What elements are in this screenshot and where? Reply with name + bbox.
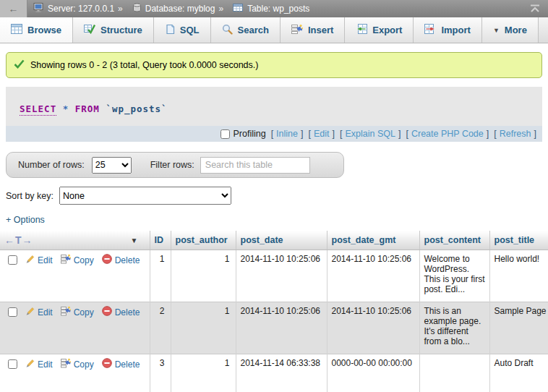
cell-post-date: 2014-11-10 10:25:06	[236, 250, 327, 302]
filter-rows-input[interactable]	[200, 157, 310, 174]
collapse-panel-icon[interactable]	[529, 4, 541, 13]
row-edit-label: Edit	[38, 359, 53, 370]
delete-icon	[102, 254, 112, 266]
tab-import[interactable]: Import	[414, 17, 481, 43]
table-row: Edit Copy Delete 3 1 2014-11-14 06:33:38…	[0, 354, 548, 392]
check-icon	[14, 59, 25, 71]
bracket: ]	[398, 129, 401, 139]
row-copy-label: Copy	[74, 307, 94, 318]
cell-post-title: Hello world!	[489, 250, 548, 302]
column-header-post-title[interactable]: post_title	[489, 231, 548, 250]
bracket: [	[494, 129, 496, 139]
row-copy-button[interactable]: Copy	[61, 306, 94, 318]
options-toggle-link[interactable]: + Options	[6, 215, 45, 225]
refresh-link[interactable]: Refresh	[500, 129, 531, 139]
sql-keyword-select[interactable]: SELECT	[20, 103, 56, 116]
insert-icon	[291, 24, 303, 37]
results-table: ←T→ ▼ ID post_author post_date post_date…	[0, 231, 548, 392]
tab-bar: Browse Structure SQL Search Insert Expor…	[0, 17, 548, 43]
sql-table-ref: `wp_posts`	[106, 103, 167, 114]
tab-more-label: More	[505, 25, 527, 35]
cell-post-date-gmt: 2014-11-10 10:25:06	[327, 250, 419, 302]
row-edit-button[interactable]: Edit	[25, 254, 53, 266]
cell-id: 3	[150, 354, 171, 392]
transpose-icon[interactable]: ←T→	[4, 234, 33, 246]
cell-post-author: 1	[171, 250, 236, 302]
tab-structure[interactable]: Structure	[73, 17, 154, 43]
cell-post-content: Welcome to WordPress. This is your first…	[419, 250, 489, 302]
tab-browse-label: Browse	[27, 25, 61, 35]
back-arrow-icon: ←	[9, 3, 19, 14]
tab-structure-label: Structure	[100, 25, 142, 35]
bracket: [	[308, 129, 310, 139]
column-header-post-date-gmt[interactable]: post_date_gmt	[327, 231, 419, 250]
structure-icon	[84, 24, 95, 36]
row-edit-button[interactable]: Edit	[25, 306, 53, 318]
number-of-rows-label: Number of rows:	[18, 160, 85, 170]
rows-filter-bar: Number of rows: 25 Filter rows:	[6, 152, 344, 178]
cell-post-date: 2014-11-14 06:33:38	[236, 354, 327, 392]
row-copy-label: Copy	[74, 359, 94, 370]
breadcrumb-database-label: Database: myblog	[145, 4, 215, 14]
row-copy-button[interactable]: Copy	[61, 358, 94, 370]
column-header-post-author[interactable]: post_author	[171, 231, 236, 250]
breadcrumb-database[interactable]: Database: myblog	[132, 3, 215, 14]
delete-icon	[102, 358, 112, 370]
tab-insert[interactable]: Insert	[281, 17, 345, 43]
bracket: [	[406, 129, 408, 139]
sql-keyword-from: FROM	[75, 103, 100, 114]
explain-sql-link[interactable]: Explain SQL	[345, 129, 395, 139]
breadcrumb-bar: ← Server: 127.0.0.1 » Database: myblog »…	[0, 0, 548, 17]
breadcrumb-table[interactable]: Table: wp_posts	[233, 3, 309, 14]
cell-post-title: Sample Page	[489, 302, 548, 354]
sql-icon	[165, 24, 175, 37]
rows-per-page-select[interactable]: 25	[92, 157, 132, 174]
filter-rows-label: Filter rows:	[150, 160, 194, 170]
sql-query-box: SELECT * FROM `wp_posts` Profiling [ Inl…	[6, 87, 542, 142]
profiling-checkbox[interactable]	[221, 129, 230, 139]
sort-by-key-select[interactable]: None	[59, 187, 231, 205]
row-delete-button[interactable]: Delete	[102, 254, 140, 266]
export-icon	[356, 24, 367, 36]
table-icon	[233, 3, 244, 14]
table-header-row: ←T→ ▼ ID post_author post_date post_date…	[0, 231, 548, 250]
row-copy-button[interactable]: Copy	[61, 254, 94, 266]
row-checkbox[interactable]	[8, 255, 17, 265]
inline-link[interactable]: Inline	[276, 129, 298, 139]
row-delete-label: Delete	[115, 359, 140, 370]
tab-sql[interactable]: SQL	[154, 17, 211, 43]
column-header-post-date[interactable]: post_date	[236, 231, 327, 250]
copy-icon	[61, 358, 71, 370]
tab-import-label: Import	[441, 25, 470, 35]
row-edit-label: Edit	[38, 307, 53, 318]
sort-by-key-label: Sort by key:	[6, 191, 53, 201]
back-button[interactable]: ←	[0, 0, 27, 17]
cell-post-date: 2014-11-10 10:25:06	[236, 302, 327, 354]
pencil-icon	[25, 306, 35, 318]
column-header-post-content[interactable]: post_content	[419, 231, 489, 250]
tab-search[interactable]: Search	[211, 17, 281, 43]
row-checkbox[interactable]	[8, 359, 17, 369]
sql-query-text: SELECT * FROM `wp_posts`	[6, 87, 542, 126]
row-checkbox[interactable]	[8, 307, 17, 317]
tab-more[interactable]: ▼ More	[482, 17, 539, 43]
edit-link[interactable]: Edit	[314, 129, 330, 139]
bracket: ]	[333, 129, 335, 139]
breadcrumb-server-label: Server: 127.0.0.1	[48, 4, 114, 14]
row-delete-button[interactable]: Delete	[102, 306, 140, 318]
tab-browse[interactable]: Browse	[0, 17, 73, 43]
row-copy-label: Copy	[74, 255, 94, 265]
row-delete-button[interactable]: Delete	[102, 358, 140, 370]
cell-post-content	[419, 354, 489, 392]
column-header-id[interactable]: ID	[150, 231, 171, 250]
copy-icon	[61, 306, 71, 318]
column-visibility-dropdown-icon[interactable]: ▼	[131, 237, 138, 244]
import-icon	[424, 24, 436, 36]
sql-footer: Profiling [ Inline ] [ Edit ] [ Explain …	[6, 126, 542, 142]
bracket: ]	[534, 129, 536, 139]
create-php-code-link[interactable]: Create PHP Code	[411, 129, 484, 139]
tab-export[interactable]: Export	[345, 17, 414, 43]
tab-export-label: Export	[372, 25, 402, 35]
row-edit-button[interactable]: Edit	[25, 358, 53, 370]
breadcrumb-server[interactable]: Server: 127.0.0.1	[33, 3, 114, 14]
